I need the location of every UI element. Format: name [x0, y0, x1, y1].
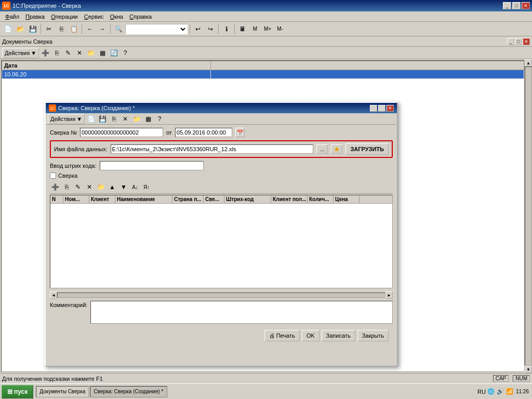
actions-dropdown[interactable]: Действия ▼	[2, 48, 39, 58]
print-button[interactable]: 🖨 Печать	[264, 330, 300, 341]
taskbar-item-sverka[interactable]: Сверка: Сверка (Создание) *	[90, 386, 167, 397]
tb-mminus[interactable]: M-	[274, 23, 286, 35]
scroll-down-arrow[interactable]: ▼	[525, 366, 532, 373]
tray-icon-1: 🌐	[487, 388, 495, 396]
dialog-close[interactable]: ✕	[387, 105, 394, 112]
toolbar-combo[interactable]	[125, 24, 188, 34]
docs-minimize[interactable]: _	[507, 38, 514, 45]
file-label: Имя файла данных:	[54, 146, 108, 152]
back-button[interactable]: ←	[84, 23, 96, 35]
close-button[interactable]: ✕	[522, 2, 530, 9]
open-button[interactable]: 📂	[15, 23, 26, 35]
taskbar-item-docs[interactable]: Документы Сверка	[36, 386, 89, 397]
tb-undo[interactable]: ↩	[192, 23, 204, 35]
new-button[interactable]: 📄	[2, 23, 14, 35]
dlg-copy[interactable]: ⎘	[109, 114, 119, 124]
scroll-up-arrow[interactable]: ▲	[525, 59, 532, 66]
dialog-actions[interactable]: Действия ▼	[48, 114, 85, 124]
it-sort-za[interactable]: Я↑	[141, 182, 152, 192]
file-row: Имя файла данных: ... ★ ЗАГРУЗИТЬ	[50, 140, 393, 158]
it-down[interactable]: ▼	[118, 182, 129, 192]
docs-filter[interactable]: ▦	[97, 48, 108, 58]
it-edit[interactable]: ✎	[73, 182, 83, 192]
tray-icon-ru[interactable]: RU	[477, 388, 486, 396]
dlg-help[interactable]: ?	[154, 114, 165, 124]
docs-maximize[interactable]: □	[515, 38, 522, 45]
scroll-track	[525, 66, 532, 366]
docs-panel-controls: _ □ ✕	[507, 38, 530, 45]
status-right: CAP NUM	[493, 375, 530, 382]
sverka-dialog: 1С Сверка: Сверка (Создание) * _ □ ✕ Дей…	[45, 102, 398, 367]
dlg-delete[interactable]: ✕	[120, 114, 130, 124]
inner-table-body	[50, 204, 392, 282]
it-sort-az[interactable]: A↓	[130, 182, 140, 192]
paste-button[interactable]: 📋	[68, 23, 79, 35]
docs-open-folder[interactable]: 📁	[86, 48, 96, 58]
file-path-field[interactable]	[111, 144, 314, 154]
scroll-left-arrow[interactable]: ◄	[50, 291, 57, 299]
tb-mplus[interactable]: M+	[262, 23, 273, 35]
comment-field[interactable]	[90, 301, 393, 324]
save-button[interactable]: 💾	[27, 23, 38, 35]
docs-copy[interactable]: ⎘	[51, 48, 62, 58]
it-delete[interactable]: ✕	[84, 182, 95, 192]
table-row[interactable]: 10.06.20	[2, 70, 524, 79]
menu-edit[interactable]: Правка	[22, 12, 48, 21]
it-folder[interactable]: 📁	[96, 182, 106, 192]
it-copy[interactable]: ⎘	[61, 182, 72, 192]
minimize-button[interactable]: _	[503, 2, 511, 9]
status-text: Для получения подсказки нажмите F1	[2, 376, 103, 382]
sep2	[82, 24, 82, 34]
ok-button[interactable]: OK	[302, 330, 320, 341]
maximize-button[interactable]: □	[512, 2, 521, 9]
star-button[interactable]: ★	[331, 144, 342, 154]
horiz-scrollbar: ◄ ►	[50, 291, 393, 299]
start-button[interactable]: ⊞ пуск	[2, 385, 33, 398]
docs-new[interactable]: ➕	[40, 48, 50, 58]
docs-edit[interactable]: ✎	[63, 48, 73, 58]
sverka-num-field[interactable]	[80, 128, 163, 137]
close-doc-button[interactable]: Закрыть	[357, 330, 389, 341]
calendar-button[interactable]: 📅	[235, 128, 245, 137]
col-cena-header: Цена	[334, 195, 360, 203]
copy-button[interactable]: ⎘	[56, 23, 67, 35]
dlg-folder[interactable]: 📁	[131, 114, 142, 124]
main-area: Документы Сверка _ □ ✕ Действия ▼ ➕ ⎘ ✎ …	[0, 36, 532, 373]
menu-windows[interactable]: Окна	[107, 12, 126, 21]
dlg-filter[interactable]: ▦	[143, 114, 153, 124]
sverka-checkbox[interactable]	[50, 172, 56, 179]
dlg-new[interactable]: 📄	[86, 114, 96, 124]
it-up[interactable]: ▲	[107, 182, 117, 192]
inner-table-toolbar: ➕ ⎘ ✎ ✕ 📁 ▲ ▼ A↓ Я↑	[50, 182, 393, 194]
comment-label: Комментарий:	[50, 301, 87, 308]
barcode-input[interactable]	[100, 161, 204, 170]
zapisat-button[interactable]: Записать	[322, 330, 355, 341]
sverka-date-field[interactable]	[175, 128, 232, 137]
sep4	[190, 24, 190, 34]
docs-refresh[interactable]: 🔄	[109, 48, 119, 58]
tb-m[interactable]: M	[249, 23, 261, 35]
dlg-save[interactable]: 💾	[97, 114, 108, 124]
search-button[interactable]: 🔍	[113, 23, 124, 35]
dialog-title-left: 1С Сверка: Сверка (Создание) *	[49, 104, 135, 112]
it-add[interactable]: ➕	[50, 182, 60, 192]
tb-calc[interactable]: 🖩	[237, 23, 248, 35]
docs-help[interactable]: ?	[120, 48, 130, 58]
menu-file[interactable]: Файл	[2, 12, 22, 21]
docs-close[interactable]: ✕	[523, 38, 530, 45]
menu-help[interactable]: Справка	[126, 12, 155, 21]
menu-service[interactable]: Сервис	[81, 12, 107, 21]
ot-label: от	[166, 129, 172, 136]
tb-info[interactable]: ℹ	[221, 23, 232, 35]
menu-operations[interactable]: Операции	[48, 12, 81, 21]
scroll-right-arrow[interactable]: ►	[385, 291, 393, 299]
tb-redo[interactable]: ↪	[205, 23, 216, 35]
forward-button[interactable]: →	[97, 23, 108, 35]
browse-button[interactable]: ...	[316, 144, 328, 154]
sep1	[41, 24, 41, 34]
cut-button[interactable]: ✂	[43, 23, 55, 35]
dialog-minimize[interactable]: _	[370, 105, 377, 112]
load-button[interactable]: ЗАГРУЗИТЬ	[345, 143, 389, 155]
dialog-maximize[interactable]: □	[378, 105, 385, 112]
docs-delete[interactable]: ✕	[74, 48, 85, 58]
